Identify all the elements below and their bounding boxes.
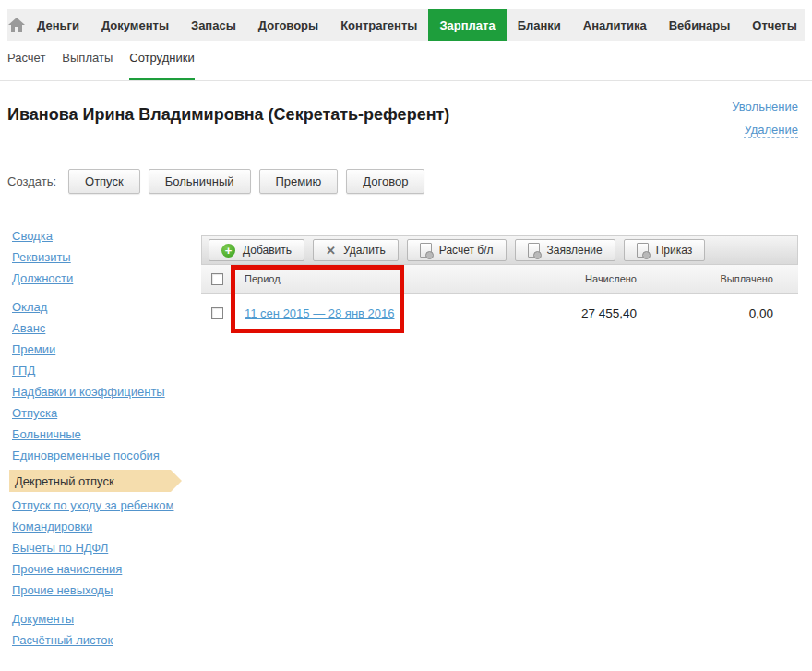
sidebar-item-other-accruals[interactable]: Прочие начисления [12, 562, 197, 576]
nav-item-counterparties[interactable]: Контрагенты [329, 9, 428, 41]
period-link[interactable]: 11 сен 2015 — 28 янв 2016 [245, 306, 395, 320]
nav-item-forms[interactable]: Бланки [507, 9, 572, 41]
tab-employees[interactable]: Сотрудники [129, 51, 194, 81]
sidebar-item-business-trips[interactable]: Командировки [12, 520, 197, 533]
create-bar: Создать: Отпуск Больничный Премию Догово… [7, 169, 424, 194]
main-content: + Добавить ✕ Удалить Расчет б/л Заявлени… [201, 235, 798, 333]
order-label: Приказ [656, 244, 693, 257]
column-header-paid: Выплачено [637, 273, 798, 284]
sidebar-item-requisites[interactable]: Реквизиты [12, 250, 197, 264]
page-actions: Увольнение Удаление [732, 100, 798, 146]
nav-item-documents[interactable]: Документы [90, 9, 180, 41]
tab-payments[interactable]: Выплаты [62, 51, 113, 81]
nav-item-money[interactable]: Деньги [26, 9, 90, 41]
nav-item-contracts[interactable]: Договоры [247, 9, 329, 41]
create-sickleave-button[interactable]: Больничный [149, 169, 251, 194]
document-icon [420, 243, 432, 258]
accrued-value: 27 455,40 [508, 306, 637, 320]
create-bonus-button[interactable]: Премию [259, 169, 339, 194]
home-button[interactable] [7, 9, 26, 41]
sidebar-item-allowances[interactable]: Надбавки и коэффициенты [12, 385, 197, 399]
sidebar-item-summary[interactable]: Сводка [12, 229, 197, 243]
home-icon [7, 17, 26, 33]
column-header-accrued: Начислено [508, 273, 637, 284]
sidebar-item-payslip[interactable]: Расчётный листок [12, 633, 197, 647]
add-button-label: Добавить [243, 244, 292, 257]
sidebar-item-sickleaves[interactable]: Больничные [12, 427, 197, 441]
nav-item-bureau[interactable]: Бюро beta [808, 9, 812, 41]
dismissal-link[interactable]: Увольнение [732, 100, 798, 114]
nav-item-stock[interactable]: Запасы [180, 9, 247, 41]
nav-item-analytics[interactable]: Аналитика [572, 9, 658, 41]
app-window: Деньги Документы Запасы Договоры Контраг… [0, 0, 812, 671]
sidebar-item-ndfl-deductions[interactable]: Вычеты по НДФЛ [12, 541, 197, 555]
nav-item-webinars[interactable]: Вебинары [658, 9, 742, 41]
page-title: Иванова Ирина Владимировна (Секретать-ре… [7, 105, 449, 125]
table-toolbar: + Добавить ✕ Удалить Расчет б/л Заявлени… [201, 235, 798, 265]
sidebar-item-documents[interactable]: Документы [12, 612, 197, 626]
main-nav: Деньги Документы Запасы Договоры Контраг… [7, 9, 805, 41]
sidebar-item-positions[interactable]: Должности [12, 271, 197, 285]
document-icon [528, 243, 540, 258]
application-button[interactable]: Заявление [515, 239, 615, 261]
create-vacation-button[interactable]: Отпуск [68, 169, 140, 194]
plus-circle-icon: + [221, 244, 235, 258]
sidebar-item-advance[interactable]: Аванс [12, 321, 197, 335]
sidebar-item-bonuses[interactable]: Премии [12, 342, 197, 356]
x-icon: ✕ [326, 245, 336, 257]
sub-nav: Расчет Выплаты Сотрудники [7, 51, 195, 81]
document-icon [637, 243, 649, 258]
column-header-period: Период [233, 273, 508, 284]
sidebar-item-vacations[interactable]: Отпуска [12, 406, 197, 420]
create-contract-button[interactable]: Договор [346, 169, 424, 194]
row-checkbox[interactable] [211, 307, 223, 319]
nav-item-reports[interactable]: Отчеты [741, 9, 808, 41]
table-row: 11 сен 2015 — 28 янв 2016 27 455,40 0,00 [201, 294, 798, 333]
sidebar-item-gpd[interactable]: ГПД [12, 364, 197, 377]
sidebar-item-childcare-leave[interactable]: Отпуск по уходу за ребенком [12, 498, 197, 512]
sidebar-item-other-absences[interactable]: Прочие невыходы [12, 583, 197, 597]
create-label: Создать: [7, 174, 56, 188]
select-all-checkbox[interactable] [211, 273, 223, 285]
sidebar-item-salary[interactable]: Оклад [12, 300, 197, 314]
divider [0, 80, 812, 81]
sickleave-calc-label: Расчет б/л [439, 244, 494, 257]
sidebar: Сводка Реквизиты Должности Оклад Аванс П… [12, 229, 197, 654]
order-button[interactable]: Приказ [624, 239, 706, 261]
sidebar-item-maternity-leave[interactable]: Декретный отпуск [9, 470, 171, 492]
application-label: Заявление [547, 244, 603, 257]
table-header: Период Начислено Выплачено [201, 265, 798, 294]
add-button[interactable]: + Добавить [209, 239, 304, 261]
sidebar-item-lumpsum-benefits[interactable]: Единовременные пособия [12, 449, 197, 462]
delete-employee-link[interactable]: Удаление [744, 123, 798, 138]
tab-calculation[interactable]: Расчет [7, 51, 45, 81]
sickleave-calc-button[interactable]: Расчет б/л [407, 239, 507, 261]
delete-button-label: Удалить [343, 244, 386, 257]
nav-item-salary[interactable]: Зарплата [428, 9, 506, 41]
delete-button[interactable]: ✕ Удалить [313, 239, 399, 261]
paid-value: 0,00 [637, 306, 798, 320]
